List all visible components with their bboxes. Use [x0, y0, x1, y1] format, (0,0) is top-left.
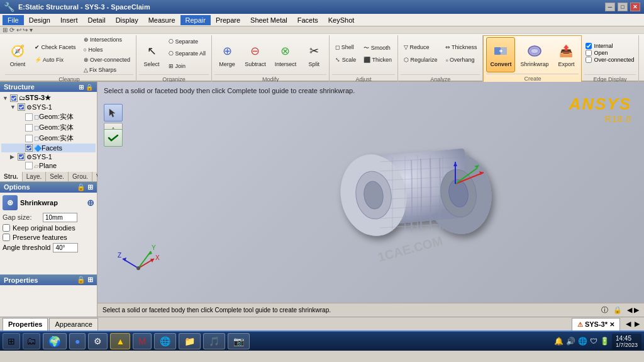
tree-item-sys1b[interactable]: ▶ ⚙ SYS-1: [1, 152, 96, 161]
taskbar-right: 🔔 🔊 🌐 🛡 🔋 14:45 1/7/2023: [554, 334, 641, 349]
export-button[interactable]: 📤 Export: [553, 37, 579, 72]
merge-button[interactable]: ⊕ Merge: [214, 37, 240, 72]
reduce-button[interactable]: ▽ Reduce: [401, 43, 441, 54]
tree-item-sys1a[interactable]: ▼ ⚙ SYS-1: [1, 103, 96, 111]
menu-facets[interactable]: Facets: [292, 15, 323, 25]
tab-layers[interactable]: Laye.: [23, 172, 46, 181]
taskbar-camera[interactable]: 📷: [228, 333, 250, 349]
complete-button[interactable]: [104, 129, 123, 147]
select-button[interactable]: ↖ Select: [139, 37, 164, 72]
minimize-button[interactable]: ─: [605, 3, 615, 11]
window-title: E:Static Structural - SYS-3 - SpaceClaim: [18, 3, 150, 11]
join-button[interactable]: ⊞ Join: [165, 62, 209, 72]
thicken-button[interactable]: ⬛ Thicken: [360, 55, 395, 67]
menu-keyshot[interactable]: KeyShot: [323, 15, 360, 25]
menu-insert[interactable]: Insert: [55, 15, 83, 25]
shrinkwrap-button[interactable]: Shrinkwrap: [516, 37, 552, 72]
tab-sys3[interactable]: ⚠ SYS-3* ✕: [572, 318, 620, 331]
overhang-button[interactable]: ⬦ Overhang: [442, 55, 480, 67]
shrinkwrap-icon: [526, 42, 543, 60]
taskbar: ⊞ 🗂 🌍 ● ⚙ ▲ M 🌐 📁 🎵 📷 🔔 🔊 🌐 🛡 🔋 14:45 1/…: [0, 331, 644, 351]
menu-bar: File Design Insert Detail Display Measur…: [0, 14, 644, 26]
viewport-instruction: Select a solid or faceted body then clic…: [104, 87, 355, 94]
taskbar-media[interactable]: 🎵: [203, 333, 225, 349]
svg-text:1CAE.COM: 1CAE.COM: [376, 233, 444, 264]
split-button[interactable]: ✂ Split: [301, 37, 326, 72]
convert-button[interactable]: Convert: [486, 37, 515, 72]
select-icon: ↖: [143, 42, 160, 60]
internal-checkbox[interactable]: [586, 43, 592, 49]
taskbar-app2[interactable]: ●: [69, 333, 86, 349]
tree-item-geom3[interactable]: ◻ Geom:实体: [1, 133, 96, 144]
gap-size-input[interactable]: [43, 213, 77, 222]
maximize-button[interactable]: □: [618, 3, 628, 11]
start-button[interactable]: ⊞: [3, 333, 20, 349]
thickness-button[interactable]: ⇔ Thickness: [442, 43, 480, 54]
fix-sharps-button[interactable]: △ Fix Sharps: [80, 65, 134, 74]
taskbar-explorer[interactable]: 🗂: [23, 333, 40, 349]
scale-button[interactable]: ⤡ Scale: [332, 55, 359, 67]
close-button[interactable]: ✕: [630, 3, 640, 11]
export-icon: 📤: [557, 42, 575, 60]
tab-selection[interactable]: Sele.: [46, 172, 69, 181]
tree-item-facets[interactable]: 🔷 Facets: [1, 144, 96, 152]
menu-design[interactable]: Design: [24, 15, 55, 25]
intersections-button[interactable]: ⊕ Intersections: [80, 35, 134, 44]
taskbar-browser1[interactable]: 🌍: [43, 333, 67, 349]
tab-appearance[interactable]: Appearance: [49, 318, 97, 331]
taskbar-files[interactable]: 📁: [179, 333, 201, 349]
separate-all-button[interactable]: ⎔ Separate All: [165, 49, 209, 60]
orient-icon: 🧭: [9, 42, 26, 60]
tab-groups[interactable]: Grou.: [69, 172, 92, 181]
orient-button[interactable]: 🧭 Orient: [5, 37, 30, 72]
organize-buttons: ↖ Select ⎔ Separate ⎔ Separate All ⊞ Joi…: [139, 35, 209, 74]
menu-prepare[interactable]: Prepare: [211, 15, 245, 25]
open-checkbox[interactable]: [586, 50, 592, 56]
taskbar-mail[interactable]: M: [133, 333, 152, 349]
options-tool-header: ⊛ Shrinkwrap ⊕: [3, 195, 94, 210]
menu-sheetmetal[interactable]: Sheet Metal: [245, 15, 292, 25]
check-facets-button[interactable]: ✔ Check Facets: [31, 43, 79, 54]
svg-text:Z: Z: [118, 252, 121, 259]
smooth-button[interactable]: 〜 Smooth: [360, 43, 395, 54]
shell-button[interactable]: ◻ Shell: [332, 43, 359, 54]
preserve-features-row: Preserve features: [3, 234, 94, 241]
options-header: Options 🔒 ⊞: [0, 182, 97, 193]
tab-properties[interactable]: Properties: [3, 318, 48, 331]
taskbar-browser2[interactable]: 🌐: [154, 333, 176, 349]
tree-item-geom1[interactable]: ◻ Geom:实体: [1, 111, 96, 122]
keep-original-checkbox[interactable]: [3, 224, 10, 232]
tree-item-geom2[interactable]: ◻ Geom:实体: [1, 122, 96, 133]
panel-tabs: Stru. Laye. Sele. Grou. Views: [0, 172, 97, 182]
over-connected-edge-checkbox[interactable]: [586, 57, 592, 63]
shrinkwrap-tool-icon: ⊛: [3, 195, 18, 210]
subtract-button[interactable]: ⊖ Subtract: [241, 37, 270, 72]
menu-detail[interactable]: Detail: [83, 15, 111, 25]
auto-fix-button[interactable]: ⚡ Auto Fix: [31, 55, 79, 67]
tree-item-sts3[interactable]: ▼ 🗂 STS-3★: [1, 93, 96, 103]
angle-threshold-input[interactable]: [53, 243, 78, 252]
menu-repair[interactable]: Repair: [180, 15, 211, 25]
modify-buttons: ⊕ Merge ⊖ Subtract ⊗ Intersect ✂ Split: [214, 35, 326, 74]
tab-structure[interactable]: Stru.: [0, 172, 23, 181]
taskbar-spaceclaim[interactable]: ▲: [110, 333, 130, 349]
intersect-button[interactable]: ⊗ Intersect: [271, 37, 301, 72]
holes-button[interactable]: ○ Holes: [80, 45, 134, 54]
tree-item-plane[interactable]: ▱ Plane: [1, 161, 96, 170]
svg-text:Y: Y: [152, 244, 156, 251]
taskbar-app3[interactable]: ⚙: [88, 333, 108, 349]
structure-tree: ▼ 🗂 STS-3★ ▼ ⚙ SYS-1 ◻ Geom:实体: [0, 92, 97, 172]
menu-file[interactable]: File: [3, 15, 24, 25]
separate-button[interactable]: ⎔ Separate: [165, 37, 209, 48]
taskbar-clock[interactable]: 14:45 1/7/2023: [612, 334, 641, 349]
intersect-icon: ⊗: [277, 42, 294, 60]
ribbon-group-analyze: ▽ Reduce ⬡ Regularize ⇔ Thickness ⬦ Over…: [398, 35, 483, 82]
select-cursor-button[interactable]: [104, 104, 123, 122]
menu-measure[interactable]: Measure: [143, 15, 180, 25]
preserve-features-checkbox[interactable]: [3, 234, 10, 241]
regularize-button[interactable]: ⬡ Regularize: [401, 55, 441, 67]
over-connected-button[interactable]: ⊗ Over-connected: [80, 55, 134, 64]
menu-display[interactable]: Display: [111, 15, 143, 25]
viewport[interactable]: Select a solid or faceted body then clic…: [97, 82, 644, 317]
viewport-status: Select a solid or faceted body then clic…: [97, 303, 644, 317]
